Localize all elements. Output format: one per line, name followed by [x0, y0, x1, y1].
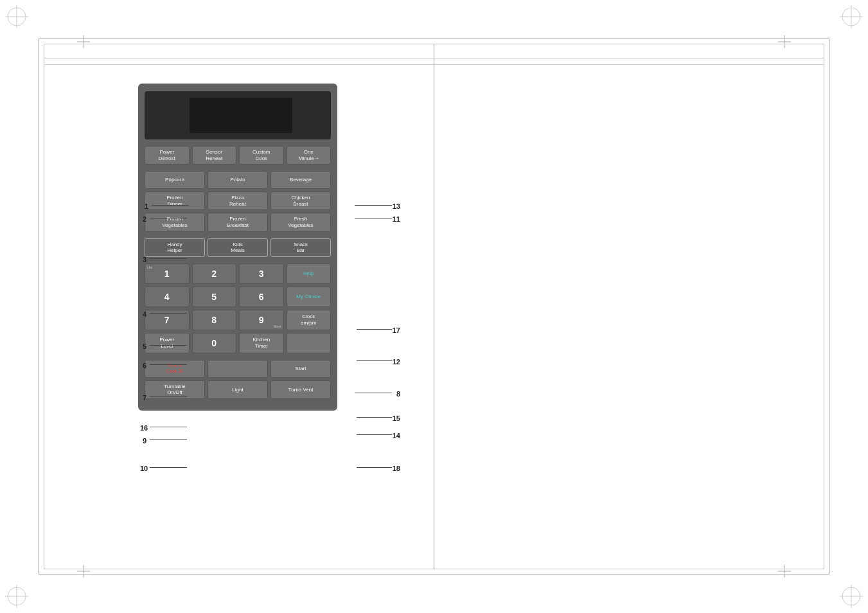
line-12	[357, 360, 392, 361]
time-to-cook-button[interactable]: Time toCook 30	[145, 360, 205, 378]
num-3-button[interactable]: 3	[239, 263, 284, 284]
kitchen-timer-button[interactable]: KitchenTimer	[239, 333, 284, 353]
num-6-button[interactable]: 6	[239, 287, 284, 307]
button-row-2: Popcorn Potato Beverage	[145, 171, 331, 189]
line-7	[150, 396, 187, 397]
sensor-reheat-button[interactable]: SensorReheat	[192, 146, 237, 164]
num-1-button[interactable]: Lbs 1	[145, 263, 190, 284]
page-divider-vertical	[434, 44, 434, 569]
label-num-5: 5	[143, 342, 146, 350]
bottom-row-1: Time toCook 30 Start	[145, 360, 331, 378]
line-3	[150, 258, 187, 259]
label-num-10: 10	[140, 465, 148, 472]
reg-mark-bl	[5, 585, 28, 608]
label-num-18: 18	[393, 465, 400, 472]
clock-ampm-button[interactable]: Clockam/pm	[287, 310, 332, 330]
frozen-dinner-button[interactable]: FrozenDinner	[145, 191, 205, 210]
num-4-button[interactable]: 4	[145, 287, 190, 307]
my-choice-button[interactable]: My Choice	[287, 287, 332, 307]
pizza-reheat-button[interactable]: PizzaReheat	[208, 191, 268, 210]
num-5-button[interactable]: 5	[192, 287, 237, 307]
label-num-1: 1	[145, 202, 148, 210]
label-num-9: 9	[143, 437, 146, 445]
num-2-button[interactable]: 2	[192, 263, 237, 284]
label-num-14: 14	[393, 432, 400, 440]
beverage-button[interactable]: Beverage	[270, 171, 331, 189]
handy-helper-button[interactable]: HandyHelper	[145, 238, 205, 257]
popcorn-button[interactable]: Popcorn	[145, 171, 205, 189]
label-num-8: 8	[396, 390, 400, 398]
num-8-button[interactable]: 8	[192, 310, 237, 330]
line-2	[150, 218, 187, 218]
reg-mark-tl	[5, 5, 28, 28]
reg-mark-br	[840, 585, 863, 608]
light-button[interactable]: Light	[208, 380, 268, 399]
button-row-4: FrozenVegetables FrozenBreakfast FreshVe…	[145, 213, 331, 231]
display-inner	[190, 98, 292, 133]
blank-button-right[interactable]	[287, 333, 332, 353]
num-0-button[interactable]: 0	[192, 333, 237, 353]
line-6	[150, 364, 187, 365]
lbs-label: Lbs	[147, 265, 152, 269]
label-num-2: 2	[143, 215, 146, 223]
fresh-vegetables-button[interactable]: FreshVegetables	[270, 213, 331, 231]
num-9-button[interactable]: 9 More	[239, 310, 284, 330]
line-10	[150, 467, 187, 468]
label-num-11: 11	[393, 215, 400, 223]
label-num-15: 15	[393, 414, 400, 422]
label-num-16: 16	[140, 424, 148, 432]
frozen-breakfast-button[interactable]: FrozenBreakfast	[208, 213, 268, 231]
num-row-1: Lbs 1 2 3 Help	[145, 263, 331, 284]
display-screen	[145, 91, 331, 139]
button-row-1: PowerDefrost SensorReheat CustomCook One…	[145, 146, 331, 164]
line-15	[357, 417, 392, 418]
label-num-13: 13	[393, 202, 400, 210]
frozen-vegetables-button[interactable]: FrozenVegetables	[145, 213, 205, 231]
line-11	[355, 218, 392, 218]
label-num-3: 3	[143, 256, 146, 263]
line-9	[150, 440, 187, 440]
line-5	[150, 345, 187, 346]
chicken-breast-button[interactable]: ChickenBreast	[270, 191, 331, 210]
power-defrost-button[interactable]: PowerDefrost	[145, 146, 190, 164]
line-14	[357, 434, 392, 435]
more-label: More	[274, 324, 281, 328]
potato-button[interactable]: Potato	[208, 171, 268, 189]
label-num-6: 6	[143, 362, 146, 369]
one-minute-plus-button[interactable]: OneMinute +	[287, 146, 332, 164]
label-num-12: 12	[393, 358, 400, 366]
label-num-4: 4	[143, 310, 146, 318]
line-8	[355, 393, 392, 393]
button-row-5: HandyHelper KidsMeals SnackBar	[145, 238, 331, 257]
blank-button-middle[interactable]	[208, 360, 268, 378]
reg-mark-tr	[840, 5, 863, 28]
microwave-panel: PowerDefrost SensorReheat CustomCook One…	[138, 84, 337, 411]
custom-cook-button[interactable]: CustomCook	[239, 146, 284, 164]
button-row-3: FrozenDinner PizzaReheat ChickenBreast	[145, 191, 331, 210]
num-row-2: 4 5 6 My Choice	[145, 287, 331, 307]
microwave-panel-container: PowerDefrost SensorReheat CustomCook One…	[128, 84, 347, 411]
num-row-4: PowerLevel 0 KitchenTimer	[145, 333, 331, 353]
line-4	[150, 313, 187, 314]
label-num-7: 7	[143, 394, 146, 402]
line-16	[150, 427, 187, 427]
line-18	[357, 467, 392, 468]
line-1	[152, 205, 189, 206]
line-17	[357, 329, 392, 330]
label-num-17: 17	[393, 326, 400, 334]
start-button[interactable]: Start	[270, 360, 331, 378]
snack-bar-button[interactable]: SnackBar	[270, 238, 331, 257]
line-13	[355, 205, 392, 206]
power-level-button[interactable]: PowerLevel	[145, 333, 190, 353]
kids-meals-button[interactable]: KidsMeals	[208, 238, 268, 257]
help-button[interactable]: Help	[287, 263, 332, 284]
turbo-vent-button[interactable]: Turbo Vent	[270, 380, 331, 399]
